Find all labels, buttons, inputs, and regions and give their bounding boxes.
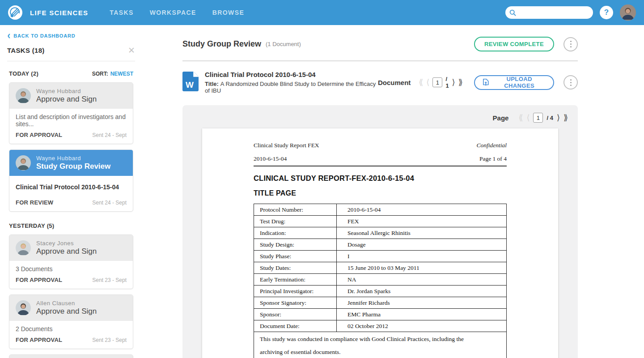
doc-header-page-number: Page 1 of 4 [479, 155, 507, 162]
task-description: 2 Documents [16, 325, 127, 332]
task-card-header: Wayne Hubbard Approve and Sign [9, 355, 133, 358]
document-total: / 1 [445, 76, 449, 89]
sort-newest-link[interactable]: NEWEST [110, 71, 133, 77]
task-card-approve-and-sign-2[interactable]: Stacey Jones Approve and Sign 3 Document… [9, 234, 133, 289]
task-card-body: List and description of investigators an… [9, 109, 133, 144]
user-avatar-image [620, 4, 636, 21]
search-input[interactable] [519, 9, 589, 17]
previous-page-icon[interactable]: ⟨ [526, 114, 530, 122]
search-icon [509, 9, 516, 16]
next-document-icon[interactable]: ⟩ [452, 78, 455, 86]
document-more-options-button[interactable] [564, 75, 578, 90]
back-to-dashboard-link[interactable]: ❮ BACK TO DASHBOARD [7, 33, 135, 38]
review-more-options-button[interactable] [564, 37, 578, 51]
document-pager-label: Document [378, 79, 411, 86]
table-row: Indication:Seasonal Allergic Rhinitis [254, 227, 507, 239]
last-document-icon[interactable]: ⟫ [458, 78, 463, 86]
task-type: Approve and Sign [36, 307, 97, 316]
task-card-texts: Allen Clausen Approve and Sign [36, 300, 97, 316]
table-row: Document Date:02 October 2012 [254, 320, 507, 332]
previous-document-icon[interactable]: ⟨ [426, 78, 429, 86]
nav-tasks[interactable]: TASKS [110, 9, 133, 16]
brand-title: LIFE SCIENCES [30, 9, 88, 17]
task-type: Approve and Sign [36, 95, 97, 104]
task-card-study-group-review[interactable]: Wayne Hubbard Study Group Review Clinica… [9, 149, 133, 212]
top-navigation-bar: LIFE SCIENCES TASKS WORKSPACE BROWSE ? [0, 0, 644, 25]
title-label: Title: [205, 81, 219, 87]
task-assignee-name: Wayne Hubbard [36, 155, 110, 162]
document-number-input[interactable]: 1 [432, 77, 442, 87]
table-row: Study Dates:15 June 2010 to 03 May 2011 [254, 262, 507, 274]
task-status: FOR APPROVAL [16, 132, 62, 138]
table-row: Early Termination:NA [254, 274, 507, 286]
first-page-icon[interactable]: ⟪ [518, 114, 523, 122]
doc-header-row-2: 2010-6-15-04 Page 1 of 4 [254, 155, 507, 162]
document-preview-panel: Page ⟪ ⟨ 1 / 4 ⟩ ⟫ Clinical Study Report… [182, 105, 578, 358]
task-assignee-name: Allen Clausen [36, 300, 97, 307]
task-card-header: Wayne Hubbard Study Group Review [9, 150, 133, 176]
doc-header-row-1: Clinical Study Report FEX Confidential [254, 142, 507, 149]
help-button[interactable]: ? [600, 6, 613, 19]
task-status: FOR APPROVAL [16, 337, 62, 343]
table-row: Sponsor Signatory:Jennifer Richards [254, 297, 507, 309]
table-row: Protocol Number:2010-6-15-04 [254, 204, 507, 216]
logo-icon [8, 5, 22, 20]
task-card-texts: Stacey Jones Approve and Sign [36, 240, 97, 256]
help-question-mark: ? [604, 8, 609, 17]
first-document-icon[interactable]: ⟪ [419, 78, 423, 86]
doc-heading-title-page: TITLE PAGE [254, 189, 507, 197]
page-number-input[interactable]: 1 [533, 113, 543, 123]
upload-changes-button[interactable]: UPLOAD CHANGES [474, 75, 554, 90]
document-count: (1 Document) [266, 41, 301, 47]
today-section-header: TODAY (2) SORT: NEWEST [9, 70, 133, 77]
tasks-title: TASKS (18) [7, 47, 45, 54]
nav-browse[interactable]: BROWSE [212, 9, 244, 16]
search-box[interactable] [505, 6, 593, 19]
task-card-approve-and-sign-4[interactable]: Wayne Hubbard Approve and Sign [9, 354, 133, 358]
task-status: FOR APPROVAL [16, 277, 62, 283]
document-title-line: Title:A Randomized Double Blind Study to… [205, 81, 378, 94]
document-title: A Randomized Double Blind Study to Deter… [205, 81, 376, 94]
page-title: Study Group Review [182, 39, 261, 49]
page-pager-label: Page [493, 114, 509, 122]
close-icon[interactable]: ✕ [128, 46, 135, 55]
title-page-table: Protocol Number:2010-6-15-04 Test Drug:F… [254, 204, 507, 358]
review-complete-button[interactable]: REVIEW COMPLETE [474, 37, 554, 51]
task-sent-date: Sent 23 - Sept [92, 337, 127, 343]
chevron-left-icon: ❮ [7, 34, 11, 38]
task-card-texts: Wayne Hubbard Study Group Review [36, 155, 110, 171]
page-total: / 4 [547, 115, 553, 121]
task-card-header: Wayne Hubbard Approve and Sign [9, 83, 133, 109]
avatar [16, 88, 31, 103]
app-logo[interactable] [8, 5, 22, 20]
task-type: Approve and Sign [36, 247, 97, 256]
task-card-texts: Wayne Hubbard Approve and Sign [36, 88, 97, 104]
upload-icon [483, 78, 489, 86]
task-card-approve-and-sign-1[interactable]: Wayne Hubbard Approve and Sign List and … [9, 82, 133, 144]
task-status: FOR REVIEW [16, 199, 53, 206]
avatar [16, 300, 31, 315]
doc-heading-report: CLINICAL STUDY REPORT-FEX-2010-6-15-04 [254, 174, 507, 183]
document-pager: Document ⟪ ⟨ 1 / 1 ⟩ ⟫ [378, 76, 463, 89]
today-label: TODAY (2) [9, 70, 38, 77]
doc-header-report-name: Clinical Study Report FEX [254, 142, 319, 149]
nav-workspace[interactable]: WORKSPACE [150, 9, 196, 16]
word-document-icon: W [182, 72, 199, 93]
compliance-statement-line1: This study was conducted in compliance w… [260, 336, 500, 343]
yesterday-section-header: YESTERDAY (5) [9, 222, 133, 229]
next-page-icon[interactable]: ⟩ [557, 114, 560, 122]
page-pager: Page ⟪ ⟨ 1 / 4 ⟩ ⟫ [182, 113, 578, 123]
review-main-panel: Study Group Review (1 Document) REVIEW C… [182, 25, 578, 358]
tasks-sidebar: ❮ BACK TO DASHBOARD TASKS (18) ✕ TODAY (… [0, 25, 142, 358]
user-avatar[interactable] [620, 4, 636, 21]
avatar [16, 240, 31, 256]
table-row: Study Phase:I [254, 251, 507, 262]
task-card-approve-and-sign-3[interactable]: Allen Clausen Approve and Sign 2 Documen… [9, 294, 133, 349]
task-assignee-name: Wayne Hubbard [36, 88, 97, 94]
task-card-header: Allen Clausen Approve and Sign [9, 295, 133, 321]
doc-header-rule [254, 166, 507, 166]
last-page-icon[interactable]: ⟫ [564, 114, 568, 122]
document-page[interactable]: Clinical Study Report FEX Confidential 2… [202, 128, 558, 358]
table-row: Study Design:Dosage [254, 239, 507, 251]
table-row: Test Drug:FEX [254, 216, 507, 227]
